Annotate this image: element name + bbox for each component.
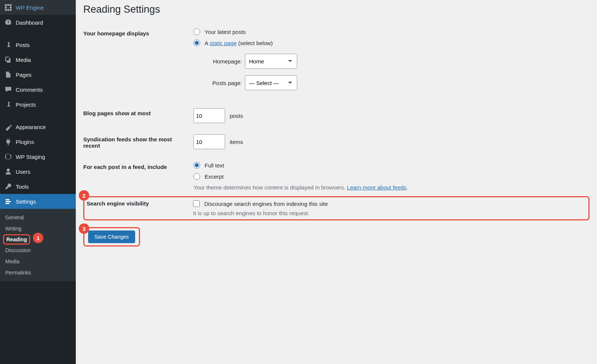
svg-rect-2 (10, 4, 12, 6)
homepage-select-label: Homepage: (205, 58, 242, 65)
sidebar-item-label: Posts (16, 42, 30, 48)
sev-label: Search engine visibility (87, 200, 193, 216)
sidebar-item-media[interactable]: Media (0, 52, 76, 67)
sidebar-item-projects[interactable]: Projects (0, 97, 76, 112)
feed-description: Your theme determines how content is dis… (193, 184, 586, 191)
radio-excerpt[interactable] (193, 173, 200, 180)
annotation-badge-3: 3 (79, 223, 89, 234)
sidebar-item-tools[interactable]: Tools (0, 179, 76, 194)
postspage-select[interactable]: — Select — (245, 75, 297, 90)
plugin-icon (4, 138, 12, 145)
dashboard-icon (4, 19, 12, 26)
settings-icon (4, 198, 12, 205)
sidebar-item-label: Appearance (16, 124, 46, 130)
sidebar-item-pages[interactable]: Pages (0, 67, 76, 82)
radio-static-page-label[interactable]: A static page (select below) (205, 40, 273, 46)
radio-excerpt-label[interactable]: Excerpt (205, 173, 224, 180)
sidebar-item-label: Tools (16, 183, 29, 190)
svg-rect-3 (5, 7, 7, 9)
annotation-badge-1: 1 (33, 233, 43, 243)
blog-pages-unit: posts (230, 113, 243, 119)
svg-rect-5 (5, 9, 7, 11)
sidebar-item-label: WP Staging (16, 154, 45, 160)
sidebar-item-label: Users (16, 169, 30, 175)
postspage-select-label: Posts page: (205, 80, 242, 86)
syndication-label: Syndication feeds show the most recent (83, 129, 190, 156)
sidebar-item-users[interactable]: Users (0, 164, 76, 179)
svg-rect-4 (10, 7, 12, 9)
static-page-link[interactable]: static page (209, 40, 237, 46)
sidebar-item-appearance[interactable]: Appearance (0, 119, 76, 134)
sev-description: It is up to search engines to honor this… (193, 210, 328, 216)
sidebar-item-label: Projects (16, 101, 36, 108)
sidebar-item-plugins[interactable]: Plugins (0, 134, 76, 149)
sidebar-item-wpengine[interactable]: WP Engine (0, 0, 76, 15)
homepage-select[interactable]: Home (245, 54, 297, 69)
checkbox-discourage-search-label[interactable]: Discourage search engines from indexing … (204, 201, 328, 207)
learn-more-feeds-link[interactable]: Learn more about feeds (347, 184, 406, 191)
page-title: Reading Settings (83, 4, 590, 15)
svg-rect-0 (5, 4, 7, 6)
syndication-input[interactable] (193, 134, 225, 149)
svg-rect-1 (7, 4, 9, 6)
submenu-media[interactable]: Media (0, 256, 76, 267)
sidebar-item-comments[interactable]: Comments (0, 82, 76, 97)
refresh-icon (4, 153, 12, 160)
tool-icon (4, 183, 12, 190)
submenu-general[interactable]: General (0, 212, 76, 223)
sidebar-item-label: Comments (16, 87, 43, 93)
main-content: Reading Settings Your homepage displays … (76, 0, 597, 364)
sidebar-item-wpstaging[interactable]: WP Staging (0, 149, 76, 164)
sidebar-item-label: Dashboard (16, 19, 43, 26)
radio-latest-posts-label[interactable]: Your latest posts (205, 29, 246, 35)
sidebar-item-label: WP Engine (16, 4, 44, 11)
settings-form: Your homepage displays Your latest posts… (83, 23, 590, 220)
svg-rect-6 (7, 9, 9, 11)
appearance-icon (4, 123, 12, 131)
submenu-permalinks[interactable]: Permalinks (0, 267, 76, 278)
save-button[interactable]: Save Changes (88, 230, 135, 243)
wpengine-icon (4, 4, 12, 11)
sidebar-item-settings[interactable]: Settings (0, 194, 76, 209)
sidebar-item-label: Settings (16, 198, 36, 205)
radio-full-text[interactable] (193, 162, 200, 169)
user-icon (4, 168, 12, 175)
blog-pages-label: Blog pages show at most (83, 103, 190, 129)
settings-submenu: General Writing Reading 1 Discussion Med… (0, 209, 76, 281)
homepage-displays-label: Your homepage displays (83, 23, 190, 103)
pages-icon (4, 71, 12, 78)
feed-include-label: For each post in a feed, include (83, 156, 190, 196)
pin-icon (4, 41, 12, 48)
svg-rect-7 (10, 9, 12, 11)
sidebar-item-label: Pages (16, 72, 32, 78)
sidebar-item-dashboard[interactable]: Dashboard (0, 15, 76, 30)
submenu-discussion[interactable]: Discussion (0, 245, 76, 256)
sidebar-item-label: Plugins (16, 139, 34, 145)
syndication-unit: items (230, 139, 243, 145)
sidebar-item-label: Media (16, 57, 31, 63)
sidebar-item-posts[interactable]: Posts (0, 37, 76, 52)
radio-latest-posts[interactable] (193, 28, 200, 35)
blog-pages-input[interactable] (193, 108, 225, 123)
pin-icon (4, 101, 12, 108)
checkbox-discourage-search[interactable] (193, 200, 200, 207)
admin-sidebar: WP Engine Dashboard Posts Media Pages Co… (0, 0, 76, 364)
comment-icon (4, 86, 12, 93)
media-icon (4, 56, 12, 63)
submenu-reading[interactable]: Reading (6, 236, 27, 243)
annotation-badge-2: 2 (79, 190, 89, 201)
radio-full-text-label[interactable]: Full text (205, 162, 224, 169)
radio-static-page[interactable] (193, 40, 200, 46)
